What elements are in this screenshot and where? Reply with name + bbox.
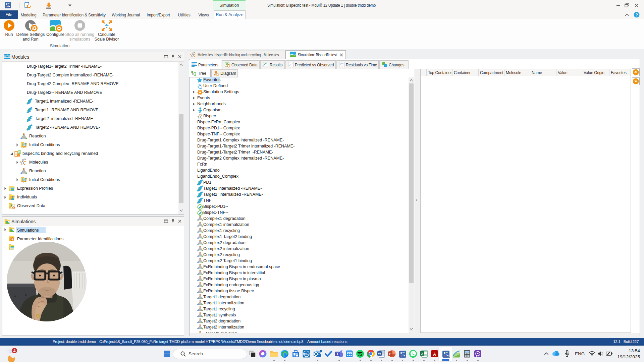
svg-text:M: M [25,178,26,180]
svg-text:4: 4 [13,349,16,353]
svg-text:M: M [25,143,26,145]
svg-text:X: X [11,205,12,207]
svg-text:OH: OH [201,114,203,115]
svg-text:W: W [378,352,381,355]
svg-text:?: ? [635,13,638,17]
svg-text:P: P [389,352,391,356]
svg-text:OH: OH [194,52,196,53]
svg-text:DELL: DELL [304,353,309,355]
svg-text:OH: OH [23,159,26,160]
svg-text:A: A [433,352,436,357]
svg-text:X: X [421,352,423,355]
